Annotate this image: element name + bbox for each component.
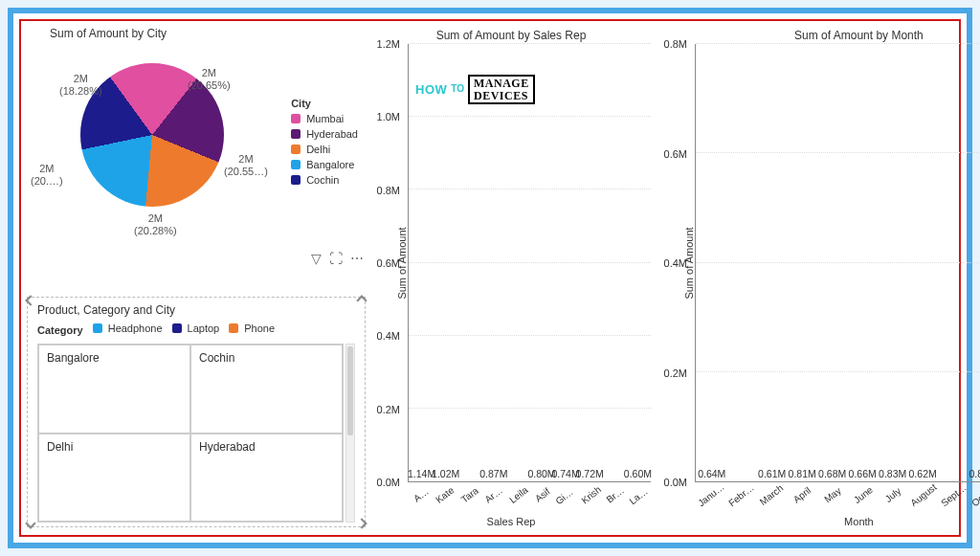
x-tick-label: May [817,481,848,508]
legend-label: Hyderabad [306,128,358,140]
bar-data-label: 0.83M [879,468,906,479]
salesrep-x-title: Sales Rep [371,516,651,527]
pie-legend-item[interactable]: Hyderabad [291,128,358,140]
y-tick: 0.2M [664,367,687,379]
month-x-labels: JanuaryFebruaryMarchAprilMayJuneJulyAugu… [695,484,980,495]
month-chart[interactable]: Sum of Amount by Month Sum of Amount 0.0… [655,23,980,533]
bar-data-label: 0.87M [479,468,507,479]
x-tick-label: April [787,481,817,508]
matrix-cell[interactable]: Cochin [190,345,343,434]
dashboard-frame-outer: Sum of Amount by City 2M (20.65%) 2M (20… [8,8,972,548]
pie-legend-title: City [291,98,358,109]
y-tick: 0.8M [377,185,400,196]
matrix-title: Product, Category and City [37,303,355,317]
more-options-icon[interactable]: ⋯ [350,251,364,266]
legend-label: Headphone [108,322,163,334]
matrix-scrollbar[interactable] [345,344,355,523]
legend-label: Bangalore [306,159,354,170]
legend-swatch [229,323,238,333]
bar-data-label: 0.83M [969,468,981,479]
x-tick-label: February [726,481,757,508]
pie-label-bangalore: 2M (20.…) [31,163,63,187]
x-tick-label: Ar… [481,483,507,506]
watermark-logo: HOW TO MANAGEDEVICES [415,75,535,104]
bar-data-label: 0.81M [789,468,816,479]
legend-label: Delhi [306,144,330,155]
matrix-legend-item[interactable]: Phone [229,322,275,334]
x-tick-label: March [757,481,788,508]
matrix-visual[interactable]: Product, Category and City Category Head… [27,297,366,527]
y-tick: 0.6M [664,148,687,160]
y-tick: 1.2M [377,38,400,50]
x-tick-label: Gia… [554,483,580,506]
legend-swatch [291,145,301,154]
legend-label: Phone [244,322,275,334]
x-tick-label: January [696,481,726,508]
matrix-legend-item[interactable]: Laptop [172,322,220,334]
y-tick: 0.6M [377,257,400,269]
y-tick: 0.0M [664,477,687,488]
pie-legend-item[interactable]: Delhi [291,144,358,155]
logo-to: TO [451,83,464,94]
bar-data-label: 0.64M [698,468,725,479]
salesrep-plot: 1.14M1.02M0.87M0.80M0.74M0.72M0.60M [408,44,651,482]
bar-data-label: 0.62M [909,468,937,479]
bar-data-label: 0.72M [576,468,604,479]
x-tick-label: Asif [529,483,555,506]
matrix-legend: Category HeadphoneLaptopPhone [37,322,355,338]
pie-label-cochin: 2M (18.28%) [59,73,102,97]
matrix-legend-item[interactable]: Headphone [93,322,163,334]
filter-icon[interactable]: ▽ [311,251,322,266]
x-tick-label: Br… [603,483,629,506]
pie-legend: City MumbaiHyderabadDelhiBangaloreCochin [291,98,358,189]
focus-mode-icon[interactable]: ⛶ [329,251,343,266]
legend-swatch [291,114,301,123]
pie-label-hyderabad: 2M (20.55…) [224,153,268,177]
visual-toolbar: ▽ ⛶ ⋯ [311,251,364,266]
x-tick-label: Septem… [939,481,969,508]
matrix-cell[interactable]: Delhi [38,434,190,523]
dashboard-frame-inner: Sum of Amount by City 2M (20.65%) 2M (20… [19,19,961,537]
matrix-grid: Bangalore Cochin Delhi Hyderabad [37,344,344,523]
bar-data-label: 0.60M [624,468,652,479]
legend-label: Cochin [306,174,339,186]
matrix-legend-label: Category [37,324,83,336]
bar-data-label: 0.61M [758,468,786,479]
x-tick-label: Tara [457,483,482,506]
pie-legend-item[interactable]: Bangalore [291,159,358,170]
legend-swatch [172,323,182,333]
logo-box: MANAGEDEVICES [468,75,535,104]
pie-chart[interactable]: 2M (20.65%) 2M (20.55…) 2M (20.28%) 2M (… [23,42,368,272]
month-title: Sum of Amount by Month [658,25,980,44]
salesrep-x-labels: A…KateTaraAr…LeilaAsifGia…KrishBr…Lax… [408,484,651,495]
bar-data-label: 0.66M [849,468,877,479]
x-tick-label: Lax… [627,483,653,506]
y-tick: 0.8M [664,38,687,50]
month-x-title: Month [658,516,980,527]
matrix-cell[interactable]: Hyderabad [190,434,343,523]
x-tick-label: A… [408,483,434,506]
legend-label: Laptop [188,322,220,334]
logo-how: HOW [415,82,447,97]
pie-title: Sum of Amount by City [23,23,368,42]
x-tick-label: August [908,481,939,508]
pie-label-delhi: 2M (20.28%) [134,212,177,236]
month-plot: 0.64M0.61M0.81M0.68M0.66M0.83M0.62M0.83M… [695,44,980,482]
x-tick-label: July [879,481,909,508]
y-tick: 1.0M [377,111,400,122]
matrix-cell[interactable]: Bangalore [38,345,190,434]
x-tick-label: Kate [433,483,458,506]
x-tick-label: Leila [505,483,531,506]
pie-label-mumbai: 2M (20.65%) [188,67,231,91]
legend-swatch [291,129,301,139]
y-tick: 0.0M [377,477,400,488]
pie-legend-item[interactable]: Mumbai [291,113,358,124]
pie-legend-item[interactable]: Cochin [291,174,358,186]
y-tick: 0.4M [664,257,687,269]
y-tick: 0.4M [377,330,400,342]
x-tick-label: Krish [578,483,604,506]
bar-data-label: 0.68M [818,468,846,479]
bar-data-label: 1.02M [432,468,459,479]
salesrep-title: Sum of Amount by Sales Rep [371,25,651,44]
x-tick-label: October [969,481,980,508]
